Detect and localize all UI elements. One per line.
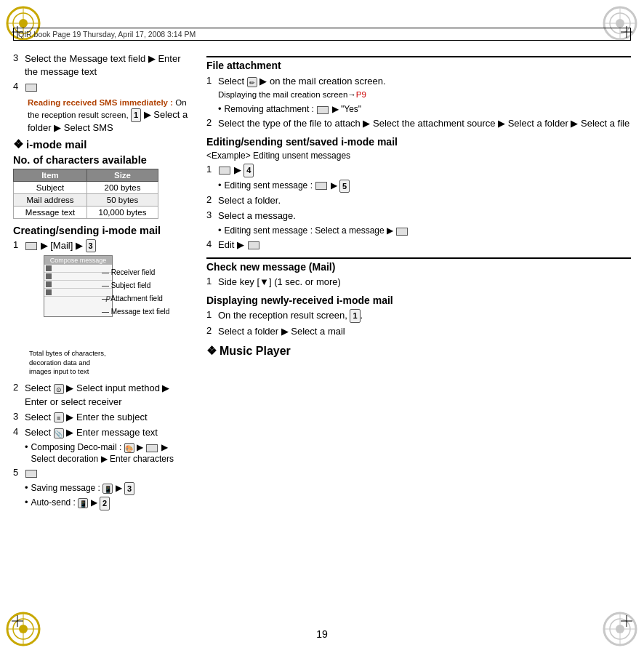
create-step-4: 4 Select 📎 ▶ Enter message text: [13, 426, 193, 439]
label-receiver: — Receiver field: [102, 266, 169, 279]
reading-note-box: Reading received SMS immediately : On th…: [28, 97, 193, 133]
step-3-content: Select the Message text field ▶ Enter th…: [25, 52, 193, 79]
autosend-icon: 📱: [78, 498, 88, 508]
send-mail-icon: [25, 84, 37, 92]
check-heading: Check new message (Mail): [206, 261, 631, 273]
page-number: 19: [316, 628, 328, 640]
note-title: Reading received SMS immediately :: [28, 98, 175, 107]
note-key-1: 1: [131, 108, 141, 122]
topbar-text: QIR.book Page 19 Thursday, April 17, 200…: [18, 30, 196, 39]
char-table: Item Size Subject 200 bytes Mail address…: [13, 169, 158, 219]
file-attachment-heading: File attachment: [206, 60, 631, 71]
creating-heading: Creating/sending i-mode mail: [13, 225, 193, 236]
create-step-1-content: ▶ [Mail] ▶ 3: [25, 239, 193, 253]
create-step-3: 3 Select ≡ ▶ Enter the subject: [13, 411, 193, 424]
create-step-1: 1 ▶ [Mail] ▶ 3: [13, 239, 193, 253]
create-step-2: 2 Select ⊙ ▶ Select input method ▶ Enter…: [13, 382, 193, 408]
top-bar: QIR.book Page 19 Thursday, April 17, 200…: [13, 28, 631, 41]
fa-bullet-dot-1: •: [218, 103, 222, 115]
e-send-icon: [248, 241, 259, 249]
d-key-1: 1: [350, 309, 360, 323]
create-step-4-content: Select 📎 ▶ Enter message text: [25, 426, 193, 439]
d-step-1-content: On the reception result screen, 1.: [218, 309, 631, 323]
e-step-4-num: 4: [206, 239, 215, 249]
autosend-num: 2: [100, 497, 110, 510]
fa-bullet-1-text: Removing attachment : ▶ "Yes": [225, 103, 362, 115]
create-step-3-content: Select ≡ ▶ Enter the subject: [25, 411, 193, 424]
table-cell-mail-size: 50 bytes: [87, 193, 158, 206]
displaying-section: Displaying newly-received i-mode mail 1 …: [206, 295, 631, 338]
diamond-icon: ❖: [13, 137, 23, 151]
remove-attach-icon: [317, 106, 329, 114]
d-step-2-num: 2: [206, 325, 215, 336]
d-step-2: 2 Select a folder ▶ Select a mail: [206, 325, 631, 338]
table-row: Message text 10,000 bytes: [14, 206, 158, 218]
input-method-icon: ⊙: [54, 384, 64, 394]
fa-step-1-content: Select ✏ ▶ on the mail creation screen. …: [218, 75, 631, 101]
bullet-autosend: • Auto-send : 📱 ▶ 2: [25, 497, 193, 510]
create-step-5-num: 5: [13, 467, 22, 478]
music-heading-text: Music Player: [220, 345, 291, 358]
create-step-2-num: 2: [13, 382, 22, 393]
fa-step-2: 2 Select the type of the file to attach …: [206, 117, 631, 130]
page-container: QIR.book Page 19 Thursday, April 17, 200…: [0, 0, 644, 653]
editing-section: Editing/sending sent/saved i-mode mail <…: [206, 136, 631, 252]
e-step-3: 3 Select a message.: [206, 209, 631, 223]
e-step-3-num: 3: [206, 209, 215, 220]
label-attachment: — Attachment field: [102, 292, 169, 305]
e-step-1: 1 ▶ 4: [206, 164, 631, 177]
msg-field-icon: 📎: [54, 428, 64, 438]
bullet-dot-2: •: [25, 482, 28, 496]
e-bullet-2-text: Editing sent message : Select a message …: [225, 225, 409, 236]
step1-arrow: ▶ [Mail] ▶: [41, 240, 86, 251]
table-cell-subject-size: 200 bytes: [87, 181, 158, 193]
d-step-1-num: 1: [206, 309, 215, 320]
check-divider: [206, 257, 631, 259]
saving-num: 3: [124, 482, 134, 496]
create-step-5: 5: [13, 467, 193, 480]
bullet-deco-text: Composing Deco-mail : 🎨 ▶ ▶ Select decor…: [31, 441, 193, 465]
ck-step-1: 1 Side key [▼] (1 sec. or more): [206, 276, 631, 289]
e-bullet-dot-1: •: [218, 180, 222, 193]
e-edit-icon: [315, 182, 327, 190]
imode-mail-heading: ❖ i-mode mail: [13, 137, 193, 151]
e-bullet-2: • Editing sent message : Select a messag…: [218, 225, 631, 236]
table-cell-message: Message text: [14, 206, 87, 218]
file-attachment-divider: [206, 56, 631, 57]
send-icon-step5: [25, 470, 37, 478]
e-step-2-content: Select a folder.: [218, 194, 631, 207]
ck-step-1-num: 1: [206, 276, 215, 287]
fa-step1-note: Displaying the mail creation screen→P9: [218, 90, 366, 99]
step-3: 3 Select the Message text field ▶ Enter …: [13, 52, 193, 79]
e-step-4-content: Edit ▶: [218, 239, 631, 252]
table-header-size: Size: [87, 169, 158, 181]
create-step-2-content: Select ⊙ ▶ Select input method ▶ Enter o…: [25, 382, 193, 408]
deco-mail-icon: [146, 444, 158, 452]
music-diamond-icon: ❖: [206, 344, 217, 358]
saving-icon: 📱: [102, 484, 113, 494]
compose-labels: — Receiver field — Subject field — Attac…: [102, 266, 169, 319]
bullet-dot-3: •: [25, 497, 28, 510]
table-row: Mail address 50 bytes: [14, 193, 158, 206]
bullet-dot-1: •: [25, 441, 28, 465]
table-cell-mail: Mail address: [14, 193, 87, 206]
create-step-4-num: 4: [13, 426, 22, 437]
displaying-heading: Displaying newly-received i-mode mail: [206, 295, 631, 306]
step-4: 4: [13, 81, 193, 94]
e-num4: 4: [243, 164, 254, 177]
d-step-1: 1 On the reception result screen, 1.: [206, 309, 631, 323]
deco-icon: 🎨: [124, 443, 134, 453]
e-edit-icon2: [396, 228, 408, 236]
table-header-item: Item: [14, 169, 87, 181]
create-step-5-content: [25, 467, 193, 480]
step1-num3: 3: [86, 239, 96, 253]
label-message: — Message text field: [102, 305, 169, 319]
bullet-saving-text: Saving message : 📱 ▶ 3: [31, 482, 135, 496]
main-content: 3 Select the Message text field ▶ Enter …: [13, 49, 631, 624]
music-section: ❖ Music Player: [206, 344, 631, 358]
step-3-num: 3: [13, 52, 22, 63]
compose-diagram: Compose message P: [29, 255, 193, 376]
subject-field-icon: ≡: [54, 412, 64, 422]
bullet-saving: • Saving message : 📱 ▶ 3: [25, 482, 193, 496]
table-cell-subject: Subject: [14, 181, 87, 193]
